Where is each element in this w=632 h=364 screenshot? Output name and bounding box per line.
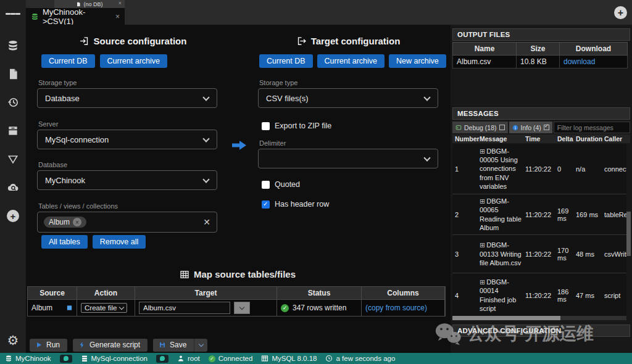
vertical-scrollbar[interactable] [626,144,631,315]
filter-log-input[interactable] [554,122,630,133]
add-tab-button[interactable]: + [614,6,627,19]
server-icon [81,355,88,362]
debug-filter-chip[interactable]: Debug (18) [452,122,508,133]
source-storage-type-select[interactable]: Database [37,88,217,108]
run-button[interactable]: Run [30,339,67,352]
info-filter-chip[interactable]: Info (4) [509,122,552,133]
source-server-label: Server [38,120,58,128]
message-row[interactable]: 4 ⊞DBGM-00014 Finished job script 11:20:… [452,273,626,318]
messages-table-header: Number Message Time Delta Duration Calle… [452,134,630,143]
file-icon[interactable] [6,67,20,81]
connected-check-icon: ✓ [209,355,215,362]
copy-from-source-link[interactable]: (copy from source) [365,304,427,312]
delimiter-select[interactable] [258,149,438,168]
map-table-row: Album Create file Album.csv ✓ 347 rows w… [28,299,445,316]
save-dropdown-button[interactable] [194,339,207,352]
status-color-badge [60,355,72,363]
filter-icon[interactable] [6,152,20,167]
target-file-dropdown-button[interactable] [234,302,250,314]
has-header-row-checkbox[interactable]: Has header row [262,200,329,209]
remove-all-button[interactable]: Remove all [93,235,146,249]
download-link[interactable]: download [560,56,628,68]
advanced-configuration-header[interactable]: ADVANCED CONFIGURATION [452,325,630,337]
close-icon[interactable]: × [115,12,120,21]
close-icon[interactable]: × [118,0,122,6]
checkbox-icon[interactable] [262,201,270,209]
export-config-page: Source configuration Current DB Current … [26,25,449,337]
tab-mychinook-csv[interactable]: MyChinook->CSV(1) × [26,8,125,25]
messages-filter-bar: Debug (18) Info (4) [452,122,630,133]
remove-chip-icon[interactable]: × [73,218,81,226]
source-current-db-button[interactable]: Current DB [41,54,95,68]
clock-icon [325,355,333,362]
menu-icon[interactable] [6,6,20,21]
output-files-table-header: Name Size Download [452,42,628,56]
expand-icon[interactable]: ⊞ [480,147,485,155]
source-server-select[interactable]: MySql-connection [37,130,217,149]
delimiter-label: Delimiter [259,139,286,147]
target-new-archive-button[interactable]: New archive [389,54,446,68]
quoted-checkbox[interactable]: Quoted [262,180,300,189]
source-current-archive-button[interactable]: Current archive [100,54,167,68]
statusbar-version[interactable]: MySQL 8.0.18 [261,355,317,362]
map-source-cell: Album [28,299,77,316]
action-select[interactable]: Create file [81,303,127,313]
target-current-archive-button[interactable]: Current archive [317,54,385,68]
source-storage-type-label: Storage type [38,79,77,86]
file-name: Album.csv [452,56,517,68]
target-storage-type-select[interactable]: CSV files(s) [258,88,438,108]
messages-header[interactable]: MESSAGES [452,107,630,120]
statusbar-connection[interactable]: MySql-connection [81,355,148,362]
target-file-input[interactable]: Album.csv [139,302,230,314]
info-icon [512,125,518,131]
statusbar-user[interactable]: root [177,355,200,362]
source-configuration-title: Source configuration [37,36,228,46]
archive-icon[interactable] [6,123,20,138]
database-icon[interactable] [6,38,20,53]
map-columns-cell: (copy from source) [362,299,445,316]
expand-icon[interactable]: ⊞ [480,241,485,249]
message-row[interactable]: 2 ⊞DBGM-00065 Reading table Album 11:20:… [452,194,626,235]
statusbar-connected[interactable]: ✓ Connected [209,355,253,362]
save-icon [159,341,166,349]
statusbar-database[interactable]: MyChinook [5,355,51,362]
history-icon[interactable] [6,95,20,110]
export-box-icon [296,36,307,46]
scrollbar-thumb[interactable] [626,212,631,256]
output-files-header[interactable]: OUTPUT FILES [452,28,630,41]
source-database-label: Database [38,161,67,168]
chevron-down-icon [202,176,209,183]
checkbox-icon[interactable] [499,125,505,130]
source-tables-label: Tables / views / collections [38,202,118,210]
all-tables-button[interactable]: All tables [41,235,88,249]
source-tables-multiselect[interactable]: Album × ✕ [37,212,217,233]
bottom-toolbar: Run Generate script Save [26,337,449,353]
lightning-icon [78,341,86,349]
statusbar-updated[interactable]: a few seconds ago [325,355,395,362]
message-row[interactable]: 1 ⊞DBGM-00005 Using connections from ENV… [452,144,626,194]
checkbox-checked-icon[interactable] [544,125,549,130]
cloud-search-icon[interactable] [6,180,20,195]
export-zip-checkbox[interactable]: Export to ZIP file [262,122,331,130]
status-bar: MyChinook MySql-connection root ✓ Connec… [0,353,632,364]
target-current-db-button[interactable]: Current DB [259,54,313,68]
save-button-group: Save [153,339,207,352]
checkbox-icon[interactable] [262,181,270,189]
add-connection-icon[interactable]: + [6,209,20,223]
checkbox-icon[interactable] [262,122,270,130]
message-row[interactable]: 3 ⊞DBGM-00133 Writing file Album.csv 11:… [452,235,626,273]
console-icon [455,125,462,131]
expand-icon[interactable]: ⊞ [480,197,485,205]
settings-icon[interactable]: ⚙ [7,333,19,348]
source-database-select[interactable]: MyChinook [37,170,217,190]
chevron-down-icon [199,341,204,346]
scrollbar-thumb[interactable] [452,316,560,320]
save-button[interactable]: Save [153,339,194,352]
clear-all-icon[interactable]: ✕ [203,217,210,227]
expand-icon[interactable]: ⊞ [480,278,485,286]
map-action-cell: Create file [77,299,135,316]
left-sidebar: + ⚙ [0,0,26,353]
generate-script-button[interactable]: Generate script [73,339,148,352]
chevron-down-icon [119,304,124,309]
horizontal-scrollbar[interactable] [452,316,626,320]
